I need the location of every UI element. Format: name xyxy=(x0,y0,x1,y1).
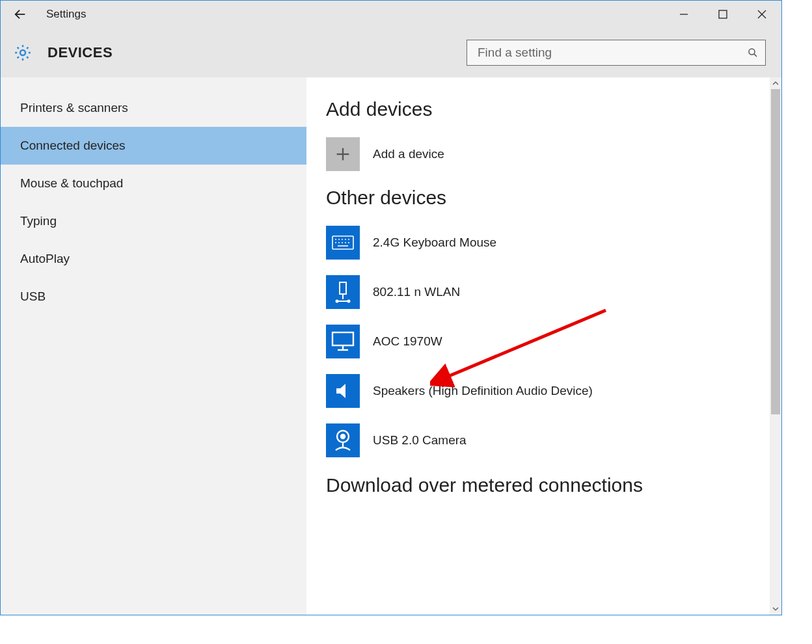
monitor-icon xyxy=(326,325,360,358)
sidebar-item-mouse-touchpad[interactable]: Mouse & touchpad xyxy=(1,165,306,202)
device-label: USB 2.0 Camera xyxy=(373,433,467,448)
body: Printers & scanners Connected devices Mo… xyxy=(1,77,781,615)
device-item-camera[interactable]: USB 2.0 Camera xyxy=(326,423,781,457)
camera-icon xyxy=(326,423,360,457)
sidebar-item-connected-devices[interactable]: Connected devices xyxy=(1,127,306,165)
gear-icon xyxy=(12,42,33,63)
device-label: 802.11 n WLAN xyxy=(373,285,460,299)
device-label: AOC 1970W xyxy=(373,334,442,349)
svg-point-25 xyxy=(336,301,338,302)
maximize-icon xyxy=(718,10,727,19)
sidebar-item-printers-scanners[interactable]: Printers & scanners xyxy=(1,89,306,127)
back-arrow-icon xyxy=(13,7,27,21)
section-download-metered: Download over metered connections xyxy=(326,474,781,496)
chevron-up-icon xyxy=(772,80,779,87)
header-left: DEVICES xyxy=(12,42,113,63)
add-device-label: Add a device xyxy=(373,147,444,161)
sidebar-item-autoplay[interactable]: AutoPlay xyxy=(1,240,306,278)
section-add-devices: Add devices xyxy=(326,98,781,120)
device-label: Speakers (High Definition Audio Device) xyxy=(373,384,593,398)
svg-rect-2 xyxy=(719,10,727,18)
sidebar-item-label: Printers & scanners xyxy=(20,101,128,114)
settings-window: Settings DEVICES xyxy=(0,0,782,615)
window-controls xyxy=(664,1,781,28)
sidebar-item-label: Connected devices xyxy=(20,139,126,152)
close-button[interactable] xyxy=(742,1,781,28)
sidebar-item-usb[interactable]: USB xyxy=(1,278,306,315)
device-item-aoc-monitor[interactable]: AOC 1970W xyxy=(326,325,781,358)
device-item-keyboard-mouse[interactable]: 2.4G Keyboard Mouse xyxy=(326,226,781,260)
sidebar-item-typing[interactable]: Typing xyxy=(1,202,306,240)
search-input[interactable] xyxy=(476,45,747,60)
device-item-speakers[interactable]: Speakers (High Definition Audio Device) xyxy=(326,374,781,408)
plus-icon xyxy=(326,137,360,171)
sidebar: Printers & scanners Connected devices Mo… xyxy=(1,77,306,615)
search-box[interactable] xyxy=(467,40,766,66)
window-title: Settings xyxy=(40,8,86,21)
sidebar-item-label: USB xyxy=(20,289,46,303)
search-icon xyxy=(747,47,759,59)
scrollbar[interactable] xyxy=(770,77,781,615)
svg-rect-27 xyxy=(332,332,353,345)
network-icon xyxy=(326,275,360,309)
scroll-thumb[interactable] xyxy=(771,89,780,414)
minimize-icon xyxy=(679,10,688,19)
keyboard-icon xyxy=(326,226,360,260)
maximize-button[interactable] xyxy=(703,1,742,28)
titlebar: Settings xyxy=(1,1,781,28)
svg-point-32 xyxy=(341,435,345,438)
close-icon xyxy=(757,10,766,19)
section-other-devices: Other devices xyxy=(326,187,781,209)
minimize-button[interactable] xyxy=(664,1,703,28)
chevron-down-icon xyxy=(772,606,779,612)
svg-point-26 xyxy=(348,301,350,302)
sidebar-item-label: AutoPlay xyxy=(20,252,70,265)
add-device-button[interactable]: Add a device xyxy=(326,137,781,171)
scroll-down-button[interactable] xyxy=(770,603,781,615)
sidebar-item-label: Typing xyxy=(20,214,57,228)
sidebar-item-label: Mouse & touchpad xyxy=(20,176,123,190)
back-button[interactable] xyxy=(1,1,40,28)
speaker-icon xyxy=(326,374,360,408)
svg-marker-30 xyxy=(336,384,345,398)
device-item-wlan[interactable]: 802.11 n WLAN xyxy=(326,275,781,309)
header: DEVICES xyxy=(1,28,781,77)
svg-point-6 xyxy=(749,49,755,55)
svg-line-7 xyxy=(754,54,757,57)
page-title: DEVICES xyxy=(47,44,113,61)
svg-rect-22 xyxy=(340,282,346,294)
titlebar-left: Settings xyxy=(1,1,86,28)
svg-point-5 xyxy=(20,50,25,55)
device-label: 2.4G Keyboard Mouse xyxy=(373,235,496,250)
content-pane: Add devices Add a device Other devices xyxy=(306,77,781,615)
scroll-up-button[interactable] xyxy=(770,77,781,89)
